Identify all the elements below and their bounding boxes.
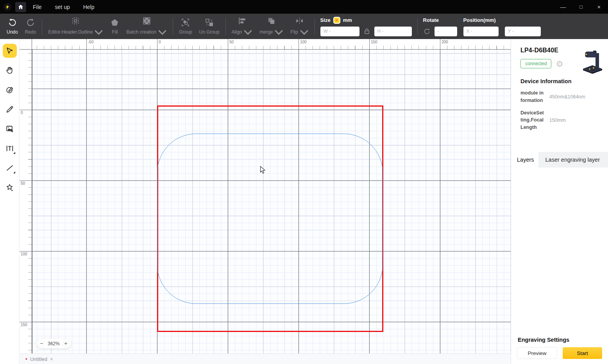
flip-button[interactable]: Flip [287, 15, 312, 38]
chevron-down-icon [158, 28, 167, 37]
tab-laser-engraving-layer[interactable]: Laser engraving layer [538, 152, 608, 168]
lock-aspect-icon[interactable] [363, 28, 370, 35]
rotate-field-group: Rotate [420, 17, 460, 36]
merge-icon [267, 16, 276, 25]
app-logo-icon [4, 3, 11, 11]
pencil-icon [5, 105, 14, 114]
position-y-input[interactable] [505, 27, 541, 36]
blue-rounded-rectangle-shape[interactable] [157, 134, 383, 304]
minus-icon [40, 342, 43, 345]
pen-nib-icon [5, 86, 14, 94]
document-tab-title: Untitled [30, 356, 47, 362]
design-canvas[interactable]: 362% [32, 50, 511, 353]
zoom-out-button[interactable] [38, 340, 45, 347]
redo-icon [26, 18, 35, 27]
hand-icon [5, 66, 14, 75]
plus-icon [64, 342, 68, 345]
menu-help[interactable]: Help [77, 1, 101, 13]
tool-line[interactable] [3, 161, 17, 175]
tool-add-image[interactable] [3, 122, 17, 136]
engraving-settings-title: Engraving Settings [518, 337, 602, 343]
rotate-input[interactable] [435, 27, 457, 36]
unit-mm-icon[interactable] [333, 17, 340, 24]
close-button[interactable]: × [590, 0, 608, 14]
fill-button[interactable]: Fill [107, 15, 123, 38]
batch-creation-button[interactable]: Batch creation [123, 15, 170, 38]
menu-file[interactable]: File [26, 1, 48, 13]
position-field-group: Position(mm) [460, 17, 544, 36]
ruler-label: 50 [21, 181, 25, 186]
editor-outline-button[interactable]: Editor.Header.Outline [45, 15, 107, 38]
redo-button[interactable]: Redo [21, 15, 40, 38]
engraving-settings-section: Engraving Settings Preview Start [511, 332, 608, 364]
rotate-icon[interactable] [423, 28, 431, 35]
add-image-icon [5, 125, 14, 133]
toolbar-separator [42, 18, 42, 35]
ruler-label: 50 [229, 40, 234, 44]
ruler-label: 150 [21, 323, 27, 327]
start-button[interactable]: Start [563, 347, 602, 359]
toolbar-separator [225, 18, 226, 35]
tool-pencil[interactable] [3, 102, 17, 116]
zoom-in-button[interactable] [63, 340, 70, 347]
info-value: 150mm [549, 118, 566, 123]
rotate-label: Rotate [423, 17, 439, 23]
flip-icon [295, 16, 304, 25]
zoom-level: 362% [48, 341, 60, 346]
toolbar-separator [173, 18, 173, 35]
position-label: Position(mm) [463, 17, 496, 23]
layer-tabs: Layers Laser engraving layer [511, 152, 608, 168]
document-tabbar: • Untitled × [20, 353, 511, 364]
mouse-cursor [260, 166, 266, 176]
canvas-region: -50 0 50 100 150 200 0 50 100 150 362% [20, 39, 511, 353]
info-label: module information [520, 89, 545, 104]
pentagon-fill-icon [110, 18, 119, 27]
device-information-title: Device Information [520, 78, 608, 84]
toolbar: Undo Redo Editor.Header.Outline Fill Bat… [0, 14, 608, 39]
home-icon [18, 4, 24, 10]
tool-node-edit[interactable] [3, 83, 17, 97]
line-icon [5, 164, 14, 172]
menu-setup[interactable]: set up [48, 1, 77, 13]
position-x-input[interactable] [463, 27, 499, 36]
minimize-button[interactable]: — [554, 0, 572, 14]
ruler-label: -50 [88, 40, 93, 44]
tool-text[interactable] [3, 141, 17, 155]
maximize-button[interactable]: □ [572, 0, 590, 14]
chevron-down-icon [300, 28, 309, 37]
ruler-corner [20, 39, 32, 50]
tool-pan[interactable] [3, 63, 17, 77]
device-info-row: module information 450nm&1064nm [520, 89, 608, 104]
chevron-down-icon [94, 28, 103, 37]
home-button[interactable] [15, 2, 26, 12]
document-tab[interactable]: • Untitled × [20, 354, 58, 364]
tab-layers[interactable]: Layers [511, 152, 538, 168]
laser-engraver-image [580, 48, 604, 76]
align-button[interactable]: Align [228, 15, 256, 38]
chevron-down-icon [274, 28, 283, 37]
connection-status-badge: connected [520, 59, 551, 68]
width-input[interactable] [320, 27, 359, 36]
info-value: 450nm&1064nm [549, 94, 585, 100]
height-input[interactable] [374, 27, 412, 36]
device-settings-gear-icon[interactable]: ⚙ [556, 60, 563, 68]
toolbar-separator [315, 18, 315, 35]
group-icon [181, 18, 190, 27]
text-icon [5, 144, 14, 153]
batch-grid-icon [142, 16, 151, 25]
size-field-group: Size mm [317, 17, 415, 36]
unit-label: mm [343, 17, 352, 23]
preview-button[interactable]: Preview [517, 347, 557, 359]
undo-button[interactable]: Undo [3, 15, 21, 38]
tab-close-icon[interactable]: × [50, 357, 53, 362]
ruler-label: 150 [371, 40, 377, 44]
merge-button[interactable]: merge [256, 15, 287, 38]
ruler-label: 100 [21, 252, 27, 256]
undo-icon [8, 18, 17, 27]
ruler-label: 0 [159, 40, 161, 44]
group-button[interactable]: Group [175, 15, 195, 38]
ungroup-button[interactable]: Un Group [196, 15, 223, 38]
align-icon [238, 16, 247, 25]
tool-shape[interactable] [3, 180, 17, 194]
tool-select[interactable] [3, 44, 17, 58]
